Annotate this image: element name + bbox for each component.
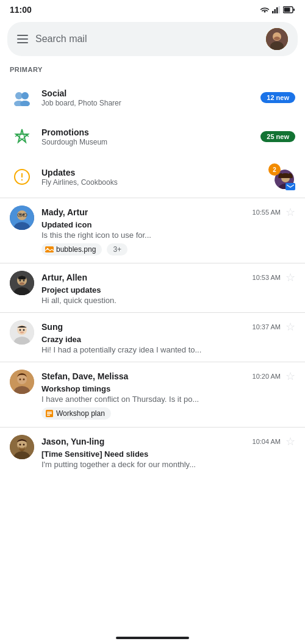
star-icon-jason[interactable]: ☆ [285, 435, 295, 448]
svg-point-58 [20, 444, 21, 446]
email-subject-stefan: Workshop timings [41, 384, 295, 393]
svg-point-47 [17, 374, 27, 384]
star-icon-artur[interactable]: ☆ [285, 271, 295, 284]
email-header-artur: Artur, Allen 10:53 AM ☆ [41, 271, 295, 284]
email-subject-mady: Updated icon [41, 220, 295, 229]
promotions-badge: 25 new [260, 131, 295, 142]
svg-point-44 [23, 329, 25, 331]
more-chip-mady: 3+ [107, 243, 127, 256]
email-sender-stefan: Stefan, Dave, Melissa [41, 371, 128, 381]
email-preview-stefan: I have another conflict on Thursday. Is … [41, 395, 295, 404]
star-icon-sung[interactable]: ☆ [285, 320, 295, 334]
email-row-mady[interactable]: Mady, Artur 10:55 AM ☆ Updated icon Is t… [0, 198, 305, 263]
svg-rect-18 [21, 173, 23, 177]
svg-point-38 [23, 280, 25, 282]
home-indicator [116, 637, 189, 639]
promotions-info: Promotions Sourdough Museum [41, 127, 260, 146]
hamburger-icon[interactable] [17, 35, 28, 43]
category-updates[interactable]: Updates Fly Airlines, Cookbooks 2 [0, 156, 305, 198]
social-info: Social Job board, Photo Sharer [41, 88, 260, 107]
svg-rect-23 [287, 184, 294, 189]
status-icons [260, 6, 295, 13]
avatar-mady [10, 206, 34, 230]
updates-name: Updates [41, 168, 268, 177]
email-preview-jason: I'm putting together a deck for our mont… [41, 460, 295, 469]
social-badge: 12 new [260, 92, 295, 103]
email-content-stefan: Stefan, Dave, Melissa 10:20 AM ☆ Worksho… [41, 370, 295, 420]
updates-badge-container: 2 [268, 163, 295, 190]
status-time: 11:00 [10, 5, 32, 15]
svg-rect-54 [47, 415, 50, 416]
updates-subtitle: Fly Airlines, Cookbooks [41, 178, 268, 187]
svg-rect-5 [284, 8, 290, 12]
email-row-jason[interactable]: Jason, Yun-ling 10:04 AM ☆ [Time Sensiti… [0, 428, 305, 476]
updates-icon [10, 165, 34, 189]
avatar-sung [10, 320, 34, 345]
email-attachments-stefan: Workshop plan [41, 407, 295, 420]
email-time-stefan: 10:20 AM [253, 373, 281, 380]
attachment-chip-mady: bubbles.png [41, 243, 102, 256]
attachment-name-mady: bubbles.png [56, 245, 96, 254]
email-header-stefan: Stefan, Dave, Melissa 10:20 AM ☆ [41, 370, 295, 383]
email-content-sung: Sung 10:37 AM ☆ Crazy idea Hi! I had a p… [41, 320, 295, 354]
email-preview-artur: Hi all, quick question. [41, 296, 295, 305]
svg-point-13 [21, 92, 29, 99]
updates-count: 2 [268, 163, 281, 176]
svg-rect-53 [47, 413, 52, 415]
svg-point-39 [20, 282, 24, 285]
email-attachments-mady: bubbles.png 3+ [41, 243, 295, 256]
svg-rect-3 [279, 6, 281, 13]
section-label: PRIMARY [0, 63, 305, 78]
email-time-mady: 10:55 AM [253, 209, 281, 216]
svg-rect-1 [274, 9, 276, 13]
avatar-stefan [10, 370, 34, 394]
email-preview-mady: Is this the right icon to use for... [41, 231, 295, 240]
status-bar: 11:00 [0, 0, 305, 17]
email-row-stefan[interactable]: Stefan, Dave, Melissa 10:20 AM ☆ Worksho… [0, 362, 305, 427]
avatar-artur [10, 271, 34, 295]
email-preview-sung: Hi! I had a potentially crazy idea I wan… [41, 345, 295, 354]
email-content-artur: Artur, Allen 10:53 AM ☆ Project updates … [41, 271, 295, 305]
battery-icon [283, 6, 295, 13]
email-content-jason: Jason, Yun-ling 10:04 AM ☆ [Time Sensiti… [41, 435, 295, 469]
svg-point-11 [274, 37, 280, 40]
promotions-icon [10, 124, 34, 149]
email-subject-artur: Project updates [41, 285, 295, 295]
svg-rect-19 [21, 179, 23, 181]
svg-rect-6 [293, 9, 295, 11]
signal-icon [272, 6, 281, 13]
email-row-sung[interactable]: Sung 10:37 AM ☆ Crazy idea Hi! I had a p… [0, 313, 305, 362]
email-time-sung: 10:37 AM [253, 323, 281, 331]
search-bar[interactable]: Search mail [7, 22, 298, 56]
email-sender-mady: Mady, Artur [41, 207, 88, 217]
email-overlay-icon [285, 183, 295, 190]
email-subject-jason: [Time Sensitive] Need slides [41, 449, 295, 459]
social-icon [10, 85, 34, 110]
email-time-jason: 10:04 AM [253, 438, 281, 445]
svg-point-59 [23, 444, 25, 446]
wifi-icon [260, 6, 270, 13]
svg-point-27 [20, 214, 21, 216]
email-sender-artur: Artur, Allen [41, 273, 87, 282]
category-social[interactable]: Social Job board, Photo Sharer 12 new [0, 78, 305, 117]
email-time-artur: 10:53 AM [253, 274, 281, 281]
image-icon [45, 246, 54, 253]
star-icon-stefan[interactable]: ☆ [285, 370, 295, 383]
email-row-artur[interactable]: Artur, Allen 10:53 AM ☆ Project updates … [0, 263, 305, 312]
email-header-jason: Jason, Yun-ling 10:04 AM ☆ [41, 435, 295, 448]
search-input[interactable]: Search mail [35, 34, 259, 45]
promotions-name: Promotions [41, 127, 260, 137]
updates-info-text: Updates Fly Airlines, Cookbooks [41, 168, 268, 187]
user-avatar[interactable] [266, 28, 288, 50]
email-content-mady: Mady, Artur 10:55 AM ☆ Updated icon Is t… [41, 206, 295, 256]
doc-icon [45, 410, 54, 417]
attachment-chip-stefan: Workshop plan [41, 407, 111, 420]
svg-rect-0 [272, 11, 274, 13]
star-icon-mady[interactable]: ☆ [285, 206, 295, 219]
category-promotions[interactable]: Promotions Sourdough Museum 25 new [0, 117, 305, 156]
email-subject-sung: Crazy idea [41, 335, 295, 344]
svg-rect-52 [47, 412, 52, 413]
email-sender-jason: Jason, Yun-ling [41, 437, 104, 446]
social-name: Social [41, 88, 260, 98]
svg-rect-2 [276, 7, 278, 13]
